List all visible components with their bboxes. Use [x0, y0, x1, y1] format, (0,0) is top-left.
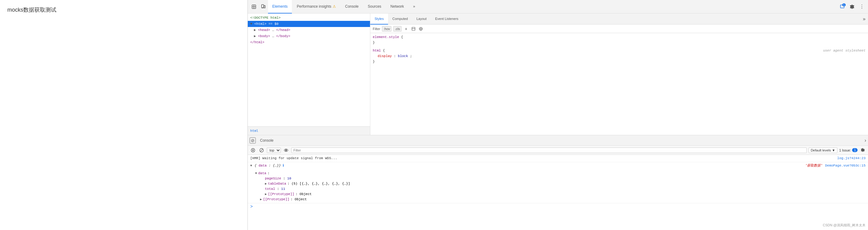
console-hmr-source[interactable]: log.js?4244:23 [837, 156, 866, 161]
styles-tab-layout[interactable]: Layout [412, 13, 431, 25]
devtools-toolbar: Elements Performance insights ⚠ Console … [248, 0, 868, 13]
console-default-levels-btn[interactable]: Default levels ▼ [809, 147, 837, 153]
page-area: mocks数据获取测试 [0, 0, 247, 230]
console-prompt-line: > [248, 203, 868, 210]
svg-point-16 [285, 150, 287, 151]
warning-icon: ⚠ [333, 4, 336, 8]
console-expand-btn[interactable]: ⊘ [250, 137, 256, 144]
tab-console[interactable]: Console [341, 0, 363, 13]
console-total-row: total : 11 [265, 186, 866, 192]
console-messages: [HMR] Waiting for update signal from WDS… [248, 155, 868, 230]
dom-tree: <!DOCTYPE html> ▼ <html> == $0 ▶ <head> … [248, 13, 370, 126]
styles-tab-more-btn[interactable]: » [860, 16, 868, 22]
page-title: mocks数据获取测试 [0, 0, 247, 20]
console-issue-badge: 1 Issue: 1 [839, 148, 858, 152]
tab-network[interactable]: Network [386, 0, 408, 13]
svg-rect-4 [264, 5, 265, 8]
styles-tabs: Styles Computed Layout Event Listeners » [370, 13, 868, 25]
devtools-menu-btn[interactable]: ⋮ [858, 2, 866, 11]
color-scheme-btn[interactable] [418, 26, 424, 32]
console-object-body: ▼ data : pageSize : 10 ▶ tableData [250, 171, 866, 202]
console-prototype2-row: ▶ [[Prototype]] : Object [255, 197, 866, 202]
console-tabledata-row: ▶ tableData : (5) [{…}, {…}, {…}, {…}, {… [265, 181, 866, 186]
styles-content: element.style { } html { user agent styl… [370, 33, 868, 135]
console-collapse-btn[interactable]: › [865, 138, 866, 143]
styles-tab-layout-label: Layout [416, 17, 427, 21]
console-tab-label[interactable]: Console [257, 135, 277, 146]
tab-elements-label: Elements [272, 4, 288, 8]
svg-line-14 [260, 149, 263, 151]
dom-html-close: </html> [248, 39, 370, 46]
console-block-btn[interactable] [258, 147, 265, 154]
tab-console-label: Console [345, 4, 359, 8]
svg-rect-7 [412, 27, 415, 30]
dom-doctype: <!DOCTYPE html> [248, 15, 370, 21]
tab-sources-label: Sources [368, 4, 381, 8]
tab-elements[interactable]: Elements [268, 0, 292, 13]
console-filter-bar: top Default levels ▼ 1 Issue: 1 [248, 146, 868, 155]
kebab-icon: ⋮ [860, 4, 864, 9]
console-msg-hmr: [HMR] Waiting for update signal from WDS… [248, 155, 868, 162]
dom-html-selected[interactable]: ▼ <html> == $0 [248, 21, 370, 27]
console-prompt-caret[interactable]: > [250, 204, 253, 209]
styles-panel: Styles Computed Layout Event Listeners »… [370, 13, 868, 135]
styles-tab-computed-label: Computed [392, 17, 408, 21]
tab-performance-label: Performance insights [297, 4, 331, 8]
inspect-style-btn[interactable] [411, 26, 416, 32]
console-msg-object: ▼ { data : {…}} ℹ '获取数据' DemoPage.vue?0b… [248, 162, 868, 203]
watermark: CSDN @清风细雨_树木太木 [823, 223, 866, 228]
dom-panel: <!DOCTYPE html> ▼ <html> == $0 ▶ <head> … [248, 13, 370, 135]
styles-tab-styles-label: Styles [375, 17, 384, 21]
console-hmr-text: [HMR] Waiting for update signal from WDS… [250, 156, 835, 161]
notification-count: 1 [842, 3, 846, 6]
dom-body[interactable]: ▶ <body> … </body> [248, 33, 370, 39]
filter-hov-btn[interactable]: :hov [382, 26, 392, 32]
style-rule-element: element.style { } [373, 34, 866, 46]
dom-breadcrumb: html [248, 126, 370, 135]
issue-label: 1 Issue: [839, 148, 851, 152]
watermark-text: CSDN @清风细雨_树木太木 [823, 223, 866, 227]
console-eye-btn[interactable] [283, 147, 289, 154]
styles-tab-styles[interactable]: Styles [370, 13, 388, 25]
devtools-panel: Elements Performance insights ⚠ Console … [247, 0, 868, 230]
tab-sources[interactable]: Sources [364, 0, 385, 13]
console-data-children: pageSize : 10 ▶ tableData : (5) [{…}, {…… [255, 176, 866, 197]
issue-count: 1 [852, 148, 858, 152]
settings-btn[interactable] [848, 2, 856, 11]
device-toggle-btn[interactable] [259, 2, 268, 11]
tab-performance[interactable]: Performance insights ⚠ [292, 0, 340, 13]
object-info-icon[interactable]: ℹ [283, 164, 284, 167]
console-log-label: '获取数据' [805, 163, 823, 168]
styles-tab-event-listeners[interactable]: Event Listeners [431, 13, 463, 25]
console-pagesize-row: pageSize : 10 [265, 176, 866, 181]
style-rule-html: html { user agent stylesheet display : b… [373, 48, 866, 64]
console-data-row: ▼ data : [255, 171, 866, 176]
object-expand-tri[interactable]: ▼ [250, 163, 252, 168]
console-clear-btn[interactable] [250, 147, 256, 154]
breadcrumb-html[interactable]: html [250, 129, 258, 133]
styles-tab-computed[interactable]: Computed [388, 13, 412, 25]
styles-filter-bar: Filter :hov .cls + [370, 25, 868, 33]
tab-more[interactable]: » [409, 0, 420, 13]
console-toolbar: ⊘ Console › [248, 135, 868, 146]
console-prototype1-row: ▶ [[Prototype]] : Object [265, 192, 866, 197]
tab-more-label: » [413, 4, 415, 8]
console-filter-input[interactable] [291, 147, 807, 153]
console-context-select[interactable]: top [267, 147, 281, 153]
console-settings-btn[interactable] [860, 147, 866, 154]
filter-cls-btn[interactable]: .cls [393, 26, 402, 32]
tab-network-label: Network [391, 4, 404, 8]
console-panel: ⊘ Console › top [248, 135, 868, 230]
inspect-element-btn[interactable] [250, 2, 258, 11]
styles-tab-event-label: Event Listeners [435, 17, 459, 21]
notification-btn[interactable]: 1 [838, 2, 846, 11]
add-style-rule-btn[interactable]: + [403, 26, 409, 32]
toolbar-right: 1 ⋮ [838, 2, 866, 11]
devtools-body: <!DOCTYPE html> ▼ <html> == $0 ▶ <head> … [248, 13, 868, 135]
console-object-key: { data : {…}} ℹ [254, 163, 803, 168]
svg-point-5 [262, 7, 263, 8]
filter-label: Filter [373, 27, 380, 31]
console-object-source[interactable]: DemoPage.vue?0b3c:15 [825, 163, 866, 168]
dom-head[interactable]: ▶ <head> … </head> [248, 27, 370, 33]
